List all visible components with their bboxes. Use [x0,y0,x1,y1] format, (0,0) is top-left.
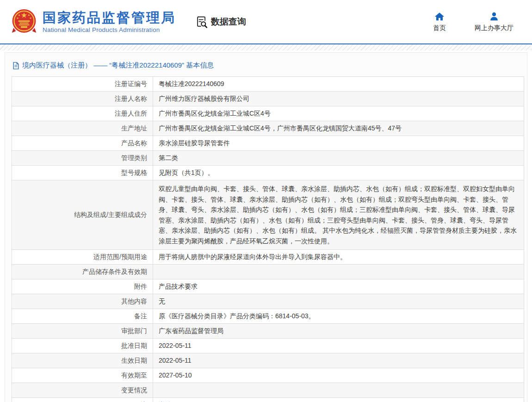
row-label: 变更情况 [12,383,153,398]
header-nav: 首页 网上办事大厅 [428,12,513,32]
table-row: 型号规格见附页（共1页）。 [12,166,524,180]
data-query-section[interactable]: 数据查询 [195,16,246,28]
hatched-divider [0,44,532,50]
table-row: 产品名称亲水涂层硅胶导尿管套件 [12,136,524,151]
nav-home-label: 首页 [433,24,446,32]
row-label: 产品储存条件及有效期 [12,265,153,279]
org-name-en: National Medical Products Administration [43,26,176,33]
row-value: 2022-05-11 [153,353,524,368]
row-label: 生产地址 [12,121,153,136]
row-value [153,265,524,279]
row-label: 其他内容 [12,294,153,309]
home-icon [434,12,445,22]
row-label: 审批部门 [12,324,153,339]
row-label: 适用范围/预期用途 [12,250,153,265]
table-row: 注册证编号粤械注准20222140609 [12,77,524,92]
data-query-label: 数据查询 [211,16,246,28]
table-row: 注册人住所广州市番禺区化龙镇金湖工业城C区4号 [12,106,524,121]
row-label: 批准日期 [12,339,153,353]
row-value: 粤械注准20222140609 [153,77,524,92]
info-table-body: 注册证编号粤械注准20222140609注册人名称广州维力医疗器械股份有限公司注… [12,77,524,402]
table-row: 管理类别第二类 [12,151,524,166]
row-label: ●注 [12,398,153,402]
table-row: ●注详情 [12,398,524,402]
row-value: 广州维力医疗器械股份有限公司 [153,92,524,106]
table-row: 备注原《医疗器械分类目录》产品分类编码：6814-05-03。 [12,309,524,324]
row-label: 型号规格 [12,166,153,180]
nav-service-hall-label: 网上办事大厅 [475,24,513,32]
row-value: 亲水涂层硅胶导尿管套件 [153,136,524,151]
row-label: 注册人住所 [12,106,153,121]
nav-service-hall[interactable]: 网上办事大厅 [475,12,513,32]
table-row: 批准日期2022-05-11 [12,339,524,353]
user-icon [489,12,499,22]
row-value: 广州市番禺区化龙镇金湖工业城C区4号，广州市番禺区化龙镇国贸大道南45号、47号 [153,121,524,136]
page-title-text: 境内医疗器械（注册） —— “粤械注准20222140609” 基本信息 [22,61,214,70]
row-label: 产品名称 [12,136,153,151]
row-label: 有效期至 [12,368,153,383]
table-row: 产品储存条件及有效期 [12,265,524,279]
content-panel: 境内医疗器械（注册） —— “粤械注准20222140609” 基本信息 注册证… [5,52,527,402]
row-value: 用于将病人膀胱中的尿液经尿道向体外导出并导入到集尿容器中。 [153,250,524,265]
table-row: 审批部门广东省药品监督管理局 [12,324,524,339]
org-name-cn: 国家药品监督管理局 [43,10,176,25]
table-row: 变更情况 [12,383,524,398]
row-value: 广州市番禺区化龙镇金湖工业城C区4号 [153,106,524,121]
table-row: 注册人名称广州维力医疗器械股份有限公司 [12,92,524,106]
table-row: 适用范围/预期用途用于将病人膀胱中的尿液经尿道向体外导出并导入到集尿容器中。 [12,250,524,265]
row-value: 产品技术要求 [153,279,524,294]
table-row: 生效日期2022-05-11 [12,353,524,368]
brand-block: 国家药品监督管理局 National Medical Products Admi… [43,10,176,33]
table-row: 生产地址广州市番禺区化龙镇金湖工业城C区4号，广州市番禺区化龙镇国贸大道南45号… [12,121,524,136]
row-value: 原《医疗器械分类目录》产品分类编码：6814-05-03。 [153,309,524,324]
row-value: 2022-05-11 [153,339,524,353]
row-label: 注册人名称 [12,92,153,106]
registration-info-table: 注册证编号粤械注准20222140609注册人名称广州维力医疗器械股份有限公司注… [12,76,524,402]
site-header: 国家药品监督管理局 National Medical Products Admi… [0,0,532,44]
row-value: 2027-05-10 [153,368,524,383]
row-value: 无 [153,294,524,309]
table-row: 结构及组成/主要组成成分双腔儿童型由单向阀、卡套、接头、管体、球囊、亲水涂层、助… [12,180,524,250]
row-label: 附件 [12,279,153,294]
row-value: 双腔儿童型由单向阀、卡套、接头、管体、球囊、亲水涂层、助插内芯、水包（如有）组成… [153,180,524,250]
row-label: 注册证编号 [12,77,153,92]
row-value [153,383,524,398]
row-label: 管理类别 [12,151,153,166]
row-label: 结构及组成/主要组成成分 [12,180,153,250]
row-label: 备注 [12,309,153,324]
page-title: 境内医疗器械（注册） —— “粤械注准20222140609” 基本信息 [12,58,520,76]
table-row: 其他内容无 [12,294,524,309]
row-value: 广东省药品监督管理局 [153,324,524,339]
nav-home[interactable]: 首页 [428,12,451,32]
table-row: 有效期至2027-05-10 [12,368,524,383]
table-row: 附件产品技术要求 [12,279,524,294]
row-value: 见附页（共1页）。 [153,166,524,180]
row-label: 生效日期 [12,353,153,368]
row-value: 详情 [153,398,524,402]
document-icon [12,62,19,69]
document-search-icon [195,16,208,28]
china-national-emblem-icon [11,8,37,35]
row-value: 第二类 [153,151,524,166]
